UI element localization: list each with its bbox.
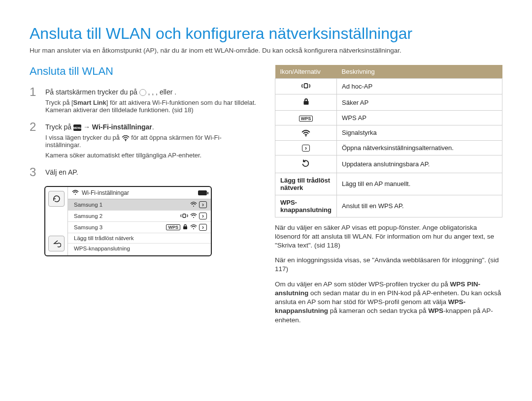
wps-icon: WPS (166, 224, 180, 230)
wifi-row-label: Samsung 1 (74, 202, 102, 208)
table-row: WPS WPS AP (275, 111, 502, 125)
svg-rect-7 (304, 84, 308, 88)
wifi-row-label: WPS-knappanslutning (74, 246, 130, 251)
body-paragraph: När du väljer en säker AP visas ett popu… (275, 223, 502, 250)
back-button[interactable] (48, 236, 65, 251)
icon-description-table: Ikon/Alternativ Beskrivning Ad hoc-AP Sä… (275, 65, 502, 217)
wifi-row-samsung1[interactable]: Samsung 1 › (68, 199, 211, 211)
svg-point-4 (193, 217, 194, 218)
chevron-right-icon[interactable]: › (199, 213, 207, 219)
table-header-desc: Beskrivning (337, 65, 502, 79)
step-number: 2 (30, 121, 39, 159)
refresh-button[interactable] (48, 191, 65, 207)
menu-icon: MENU (73, 124, 81, 131)
step-text: eller . (160, 88, 176, 96)
wifi-row-add-network[interactable]: Lägg till trådlöst nätverk (68, 233, 211, 244)
wifi-settings-label: Wi-Fi-inställningar (92, 123, 152, 131)
table-row: › Öppna nätverksinställningsalternativen… (275, 140, 502, 155)
wifi-row-label: Lägg till trådlöst nätverk (74, 235, 133, 241)
adhoc-icon (180, 213, 188, 219)
intro-text: Hur man ansluter via en åtkomstpunkt (AP… (30, 47, 502, 54)
step-2: 2 Tryck på MENU → Wi-Fi-inställningar. I… (30, 121, 257, 159)
table-desc: WPS AP (337, 111, 502, 125)
step-note: Tryck på [ (45, 99, 73, 106)
step-text: → (83, 123, 92, 131)
table-label: WPS-knappanslutning (275, 195, 337, 217)
step-note: I vissa lägen trycker du på (45, 134, 122, 141)
battery-icon (198, 190, 207, 195)
svg-point-9 (305, 135, 307, 136)
svg-rect-3 (183, 214, 186, 217)
wifi-row-samsung3[interactable]: Samsung 3 WPS › (68, 222, 211, 233)
body-text: och sedan matar du in en PIN-kod på AP-e… (275, 289, 501, 306)
wifi-row-label: Samsung 3 (74, 224, 102, 230)
step-text: Tryck på (45, 123, 73, 131)
signal-icon (301, 130, 310, 137)
svg-rect-5 (183, 226, 187, 229)
svg-point-6 (193, 228, 194, 229)
svg-point-2 (193, 206, 194, 207)
table-label: Lägg till trådlöst nätverk (275, 173, 337, 195)
table-row: Säker AP (275, 94, 502, 111)
chevron-right-icon[interactable]: › (199, 201, 207, 208)
wifi-row-samsung2[interactable]: Samsung 2 › (68, 211, 211, 222)
table-desc: Öppna nätverksinställningsalternativen. (337, 140, 502, 155)
step-3: 3 Välj en AP. (30, 166, 257, 179)
section-subtitle: Ansluta till WLAN (30, 65, 257, 78)
wifi-device-mock: Wi-Fi-inställningar Samsung 1 › (44, 186, 212, 256)
wifi-icon (122, 135, 130, 141)
smart-link-label: Smart Link (73, 99, 106, 106)
circle-icon (139, 89, 146, 96)
wifi-row-wps-button[interactable]: WPS-knappanslutning (68, 244, 211, 253)
table-row: Signalstyrka (275, 125, 502, 141)
lock-icon (182, 224, 188, 231)
step-1: 1 På startskärmen trycker du på , , , el… (30, 86, 257, 114)
wps-icon: WPS (299, 116, 313, 122)
table-row: Uppdatera anslutningsbara AP. (275, 155, 502, 173)
signal-icon (190, 224, 197, 230)
step-text: På startskärmen trycker du på (45, 88, 139, 96)
body-paragraph: Om du väljer en AP som stöder WPS-profil… (275, 280, 502, 325)
table-desc: Anslut till en WPS AP. (337, 195, 502, 217)
table-desc: Uppdatera anslutningsbara AP. (337, 155, 502, 173)
step-text: Välj en AP. (45, 166, 257, 179)
svg-point-0 (125, 140, 126, 141)
refresh-icon (301, 162, 310, 169)
svg-rect-8 (303, 101, 308, 105)
table-row: WPS-knappanslutning Anslut till en WPS A… (275, 195, 502, 217)
table-header-icon: Ikon/Alternativ (275, 65, 337, 79)
device-header-title: Wi-Fi-inställningar (82, 189, 129, 196)
chevron-right-icon: › (302, 145, 310, 152)
wps-label: WPS (428, 307, 443, 314)
table-desc: Säker AP (337, 94, 502, 111)
signal-icon (190, 202, 197, 207)
table-desc: Ad hoc-AP (337, 79, 502, 94)
step-text: . (152, 123, 154, 131)
wifi-row-label: Samsung 2 (74, 213, 102, 219)
body-text: Om du väljer en AP som stöder WPS-profil… (275, 280, 450, 288)
svg-point-1 (75, 194, 76, 195)
step-text: , , , (148, 88, 160, 96)
table-row: Ad hoc-AP (275, 79, 502, 94)
chevron-right-icon[interactable]: › (199, 224, 207, 231)
signal-icon (190, 213, 197, 218)
table-row: Lägg till trådlöst nätverk Lägg till en … (275, 173, 502, 195)
step-note: Kamera söker automatiskt efter tillgängl… (45, 152, 257, 159)
page-title: Ansluta till WLAN och konfigurera nätver… (30, 25, 502, 43)
table-desc: Lägg till en AP manuellt. (337, 173, 502, 195)
adhoc-icon (301, 83, 311, 91)
table-desc: Signalstyrka (337, 125, 502, 141)
body-text: på kameran och sedan trycka på (328, 307, 428, 314)
wifi-icon (72, 190, 79, 195)
step-number: 1 (30, 86, 39, 114)
lock-icon (302, 99, 310, 107)
body-paragraph: När en inloggningssida visas, se "Använd… (275, 256, 502, 274)
step-number: 3 (30, 166, 39, 179)
